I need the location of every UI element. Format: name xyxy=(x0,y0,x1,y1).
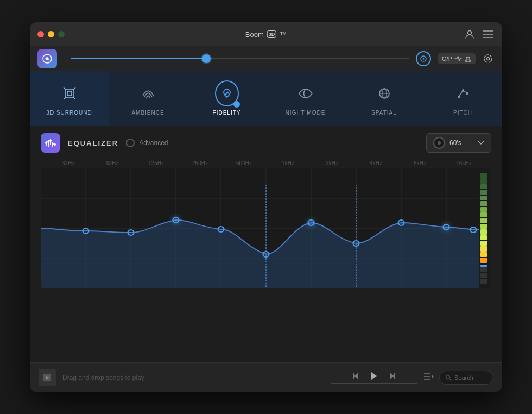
minimize-button[interactable] xyxy=(48,31,54,37)
title-actions xyxy=(463,28,495,41)
window-controls xyxy=(37,31,65,37)
eq-freq-labels: 32Hz 63Hz 125Hz 250Hz 500Hz 1kHz 2kHz 4k… xyxy=(41,160,491,166)
svg-line-17 xyxy=(74,98,75,99)
maximize-button[interactable] xyxy=(58,31,65,37)
volume-slider[interactable] xyxy=(71,53,409,64)
svg-rect-13 xyxy=(67,91,72,96)
svg-marker-67 xyxy=(390,373,394,379)
playback-buttons xyxy=(353,371,395,381)
progress-bar[interactable] xyxy=(331,383,417,384)
freq-125hz: 125Hz xyxy=(134,160,178,166)
refresh-icon[interactable] xyxy=(482,52,495,65)
nightmode-icon xyxy=(294,81,318,105)
eq-section: EQUALIZER Advanced 60's 32Hz 63Hz 125Hz … xyxy=(30,126,502,362)
eq-canvas-container: 32Hz 63Hz 125Hz 250Hz 500Hz 1kHz 2kHz 4k… xyxy=(30,160,502,362)
spatial-label: SPATIAL xyxy=(371,110,397,116)
search-icon xyxy=(445,374,452,381)
advanced-toggle[interactable]: Advanced xyxy=(126,139,168,147)
title-text: Boom xyxy=(245,30,264,39)
freq-8khz: 8kHz xyxy=(398,160,442,166)
ambience-label: AMBIENCE xyxy=(131,110,164,116)
freq-500hz: 500Hz xyxy=(222,160,266,166)
effect-fidelity[interactable]: FIDELITY xyxy=(187,71,266,126)
output-label: O/P xyxy=(442,55,452,62)
effect-ambience[interactable]: AMBIENCE xyxy=(109,71,187,126)
pitch-label: PITCH xyxy=(453,110,472,116)
effects-nav: 3D SURROUND AMBIENCE xyxy=(30,71,502,126)
svg-rect-65 xyxy=(353,373,354,379)
svg-point-37 xyxy=(52,143,54,145)
svg-rect-12 xyxy=(65,89,74,98)
effect-nightmode[interactable]: NIGHT MODE xyxy=(266,71,345,126)
playlist-button[interactable] xyxy=(424,373,434,382)
surround-icon xyxy=(58,81,81,105)
app-logo xyxy=(37,49,57,68)
svg-line-74 xyxy=(449,379,451,380)
spatial-icon xyxy=(372,81,396,105)
output-button[interactable]: O/P xyxy=(438,53,476,64)
nightmode-label: NIGHT MODE xyxy=(286,110,326,116)
svg-point-10 xyxy=(484,55,492,62)
advanced-radio[interactable] xyxy=(126,139,135,147)
title-badge: 3D xyxy=(267,30,277,38)
svg-line-14 xyxy=(64,87,65,89)
svg-point-7 xyxy=(423,58,425,59)
app-title: Boom 3D ™ xyxy=(245,30,287,39)
fidelity-label: FIDELITY xyxy=(213,110,241,116)
player-controls-center xyxy=(331,371,417,384)
volume-track xyxy=(71,58,409,59)
prev-button[interactable] xyxy=(353,372,362,380)
player-bar: Drag and drop songs to play xyxy=(30,362,502,392)
title-bar: Boom 3D ™ xyxy=(30,22,502,46)
svg-point-38 xyxy=(54,143,56,146)
svg-rect-68 xyxy=(394,373,395,379)
svg-line-15 xyxy=(74,87,75,89)
eq-canvas xyxy=(41,168,491,288)
freq-63hz: 63Hz xyxy=(90,160,134,166)
freq-4khz: 4kHz xyxy=(354,160,398,166)
profile-button[interactable] xyxy=(463,28,476,41)
next-button[interactable] xyxy=(387,372,395,380)
volume-circle-icon xyxy=(416,51,431,66)
freq-32hz: 32Hz xyxy=(46,160,90,166)
eq-title: EQUALIZER xyxy=(68,139,118,147)
eq-icon xyxy=(41,133,60,153)
play-button[interactable] xyxy=(369,371,379,381)
title-trademark: ™ xyxy=(280,30,287,39)
freq-16khz: 16kHz xyxy=(442,160,486,166)
svg-marker-72 xyxy=(432,375,434,378)
output-controls: O/P xyxy=(438,52,495,65)
volume-divider xyxy=(64,51,64,66)
volume-fill xyxy=(71,58,206,59)
preset-record-icon xyxy=(433,137,445,149)
menu-button[interactable] xyxy=(482,28,495,41)
drag-text: Drag and drop songs to play xyxy=(62,374,324,381)
svg-point-9 xyxy=(467,57,468,58)
eq-curve-svg xyxy=(41,168,491,288)
app-window: Boom 3D ™ xyxy=(30,22,502,392)
effect-pitch[interactable]: PITCH xyxy=(423,71,502,126)
svg-point-36 xyxy=(49,140,52,142)
svg-point-11 xyxy=(487,57,490,60)
svg-line-16 xyxy=(64,98,65,99)
level-meter xyxy=(480,173,487,284)
effect-surround[interactable]: 3D SURROUND xyxy=(30,71,109,126)
svg-point-0 xyxy=(468,31,472,35)
volume-thumb[interactable] xyxy=(202,54,211,63)
freq-250hz: 250Hz xyxy=(178,160,222,166)
search-placeholder: Search xyxy=(454,374,473,381)
svg-marker-64 xyxy=(354,373,358,379)
preset-label: 60's xyxy=(449,139,461,147)
svg-point-35 xyxy=(47,141,49,143)
volume-bar: O/P xyxy=(30,46,502,71)
fidelity-icon xyxy=(215,81,239,105)
effect-spatial[interactable]: SPATIAL xyxy=(345,71,423,126)
advanced-label: Advanced xyxy=(139,139,168,147)
close-button[interactable] xyxy=(37,31,44,37)
svg-point-73 xyxy=(446,375,450,379)
surround-label: 3D SURROUND xyxy=(46,110,92,116)
search-box[interactable]: Search xyxy=(439,371,493,385)
ambience-icon xyxy=(136,81,160,105)
preset-dropdown[interactable]: 60's xyxy=(426,133,491,153)
freq-1khz: 1kHz xyxy=(266,160,310,166)
